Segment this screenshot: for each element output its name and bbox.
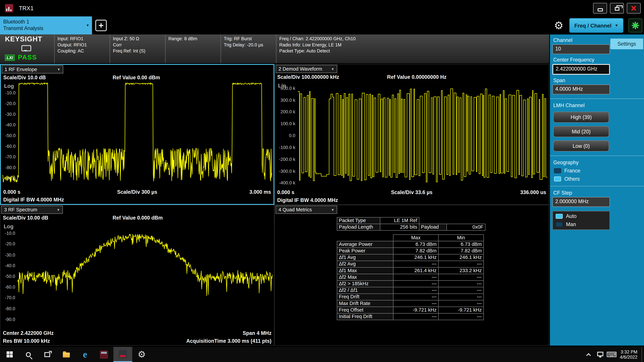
search-button[interactable] bbox=[19, 347, 38, 362]
y-axis-tick: 100.0 k bbox=[280, 121, 295, 126]
lmh-button-mid[interactable]: Mid (20) bbox=[553, 126, 609, 137]
file-explorer-button[interactable] bbox=[57, 347, 76, 362]
screens-icon[interactable] bbox=[628, 18, 642, 32]
header-column[interactable]: Input: RFIO1Output: RFIO1Coupling: AC bbox=[54, 34, 110, 63]
rf-spectrum-acquisition: AcquisitionTime 3.000 ms (411 pts) bbox=[186, 338, 272, 344]
geography-option-france[interactable]: France bbox=[554, 168, 644, 174]
cf-step-label: CF Step bbox=[553, 190, 644, 196]
close-button[interactable] bbox=[627, 3, 641, 13]
y-axis-tick: -400.0 k bbox=[279, 180, 295, 185]
start-button[interactable] bbox=[0, 347, 19, 362]
analyzer-app-button[interactable] bbox=[113, 347, 132, 362]
rf-envelope-plot[interactable]: Log -10.0-20.0-30.0-40.0-50.0-60.0-70.0-… bbox=[1, 82, 274, 189]
clock[interactable]: 3:32 PM 4/6/2022 bbox=[620, 349, 638, 360]
demod-plot[interactable]: Lin 400.0 k300.0 k200.0 k100.0 k0.0-100.… bbox=[275, 82, 548, 189]
windows-grid: 1 RF Envelope Scale/Div 10.0 dB Ref Valu… bbox=[0, 64, 549, 346]
y-axis-tick: -20.0 bbox=[5, 242, 15, 246]
message-bubble-icon[interactable] bbox=[21, 45, 31, 51]
settings-app-button[interactable] bbox=[132, 347, 151, 362]
y-axis-tick: -70.0 bbox=[5, 154, 16, 159]
rf-envelope-y-axis: -10.0-20.0-30.0-40.0-50.0-60.0-70.0-80.0… bbox=[1, 82, 17, 189]
cf-step-mode-man[interactable]: Man bbox=[553, 220, 610, 229]
measurement-tab[interactable]: Bluetooth 1 Transmit Analysis bbox=[0, 16, 92, 34]
rf-spectrum-scale-div: Scale/Div 10.00 dB bbox=[3, 215, 48, 221]
minimize-button[interactable] bbox=[593, 3, 607, 13]
folder-icon bbox=[62, 353, 70, 358]
rf-envelope-window-selector[interactable]: 1 RF Envelope bbox=[2, 65, 63, 73]
window-demod-waveform[interactable]: 2 Demod Waveform Scale/Div 100.000000 kH… bbox=[274, 64, 549, 205]
demod-scale-div: Scale/Div 100.000000 kHz bbox=[277, 74, 339, 80]
quad-metrics-window-selector[interactable]: 4 Quad Metrics bbox=[276, 206, 337, 214]
windows-logo-icon bbox=[6, 351, 12, 358]
keysight-logo: KEYSIGHT bbox=[5, 35, 54, 43]
metric-row: Δf1 Avg246.1 kHz246.1 kHz bbox=[337, 254, 486, 261]
lmh-button-high[interactable]: High (39) bbox=[553, 112, 609, 123]
channel-field[interactable]: 10 bbox=[552, 44, 610, 54]
header-column[interactable]: Input Z: 50 ΩCorrFreq Ref: Int (S) bbox=[110, 34, 165, 63]
network-button[interactable] bbox=[594, 347, 606, 362]
geography-label: Geography bbox=[553, 160, 644, 165]
taskbar: 3:32 PM 4/6/2022 bbox=[0, 347, 644, 362]
task-view-button[interactable] bbox=[38, 347, 57, 362]
launcher-app-icon bbox=[100, 350, 108, 359]
rf-envelope-ref-value: Ref Value 0.00 dBm bbox=[113, 75, 160, 80]
add-measurement-button[interactable]: + bbox=[95, 20, 107, 31]
header-column[interactable]: Trig: RF BurstTrig Delay: -20.0 µs bbox=[220, 34, 276, 63]
launcher-app-button[interactable] bbox=[94, 347, 113, 362]
system-settings-gear-icon[interactable] bbox=[554, 19, 564, 32]
keyboard-button[interactable] bbox=[606, 347, 618, 362]
y-axis-tick: 300.0 k bbox=[280, 97, 295, 102]
metric-row: Δf2 Avg------ bbox=[337, 261, 486, 268]
header-column[interactable]: Freq / Chan: 2.422000000 GHz, Ch10Radio … bbox=[276, 34, 549, 63]
metric-row: Δf1 Max261.4 kHz233.2 kHz bbox=[337, 268, 486, 274]
rf-spectrum-window-title: 3 RF Spectrum bbox=[4, 207, 37, 213]
title-bar: TRX1 bbox=[0, 0, 644, 16]
show-desktop-button[interactable] bbox=[642, 347, 644, 362]
y-axis-tick: -90.0 bbox=[5, 176, 16, 180]
demod-x-scale: Scale/Div 33.6 µs bbox=[391, 190, 432, 195]
freq-channel-menu-button[interactable]: Freq / Channel bbox=[569, 18, 623, 33]
demod-ref-value: Ref Value 0.00000000 Hz bbox=[387, 74, 446, 80]
y-axis-tick: -60.0 bbox=[5, 285, 15, 290]
rf-spectrum-window-selector[interactable]: 3 RF Spectrum bbox=[1, 206, 63, 214]
rf-envelope-amplitude-mode: Log bbox=[4, 83, 14, 89]
measurement-tab-line1: Bluetooth 1 bbox=[3, 18, 86, 25]
rf-envelope-x-scale: Scale/Div 300 µs bbox=[117, 189, 157, 195]
lmh-channel-label: LMH Channel bbox=[553, 103, 644, 108]
rf-spectrum-plot[interactable]: Log -10.0-20.0-30.0-40.0-50.0-60.0-70.0-… bbox=[0, 222, 274, 330]
window-quad-metrics[interactable]: 4 Quad Metrics Packet Type LE 1M Ref Pay… bbox=[274, 205, 549, 346]
cf-step-mode-group: AutoMan bbox=[552, 211, 610, 230]
packet-type-row: Packet Type LE 1M Ref bbox=[337, 218, 486, 224]
maximize-button[interactable] bbox=[610, 3, 624, 13]
y-axis-tick: 200.0 k bbox=[280, 109, 295, 114]
demod-y-axis: 400.0 k300.0 k200.0 k100.0 k0.0-100.0 k-… bbox=[275, 82, 297, 189]
window-rf-envelope[interactable]: 1 RF Envelope Scale/Div 10.0 dB Ref Valu… bbox=[0, 64, 274, 205]
span-field[interactable]: 4.0000 MHz bbox=[552, 84, 610, 94]
header-columns: Input: RFIO1Output: RFIO1Coupling: ACInp… bbox=[54, 34, 549, 63]
measurement-bar: KEYSIGHT LXI PASS Input: RFIO1Output: RF… bbox=[0, 34, 549, 64]
rf-envelope-x-end: 3.000 ms bbox=[250, 189, 271, 195]
geography-option-others[interactable]: Others bbox=[554, 176, 644, 182]
y-axis-tick: -40.0 bbox=[5, 263, 15, 268]
header-column[interactable]: Range: 8 dBm bbox=[165, 34, 220, 63]
center-frequency-field[interactable]: 2.422000000 GHz bbox=[552, 64, 610, 75]
rf-envelope-x-start: 0.000 s bbox=[3, 189, 20, 195]
y-axis-tick: -60.0 bbox=[5, 144, 16, 148]
payload-value: 0x0F bbox=[446, 224, 486, 231]
cf-step-field[interactable]: 2.000000 MHz bbox=[552, 197, 610, 207]
browser-button[interactable] bbox=[76, 347, 94, 362]
payload-row: Payload Length 256 bits Payload 0x0F bbox=[337, 224, 486, 231]
y-axis-tick: -80.0 bbox=[5, 165, 16, 170]
app-icon bbox=[5, 4, 13, 12]
demod-trace bbox=[298, 89, 548, 182]
keyboard-icon bbox=[606, 350, 617, 359]
search-icon bbox=[26, 352, 31, 357]
minimize-icon bbox=[598, 8, 603, 11]
hidden-icons-button[interactable] bbox=[583, 347, 594, 362]
rf-spectrum-amplitude-mode: Log bbox=[4, 223, 14, 229]
lmh-button-low[interactable]: Low (0) bbox=[553, 140, 609, 151]
cf-step-mode-auto[interactable]: Auto bbox=[553, 212, 610, 220]
window-rf-spectrum[interactable]: 3 RF Spectrum Scale/Div 10.00 dB Ref Val… bbox=[0, 205, 274, 346]
demod-window-selector[interactable]: 2 Demod Waveform bbox=[276, 65, 337, 73]
tab-settings[interactable]: Settings bbox=[610, 38, 643, 49]
